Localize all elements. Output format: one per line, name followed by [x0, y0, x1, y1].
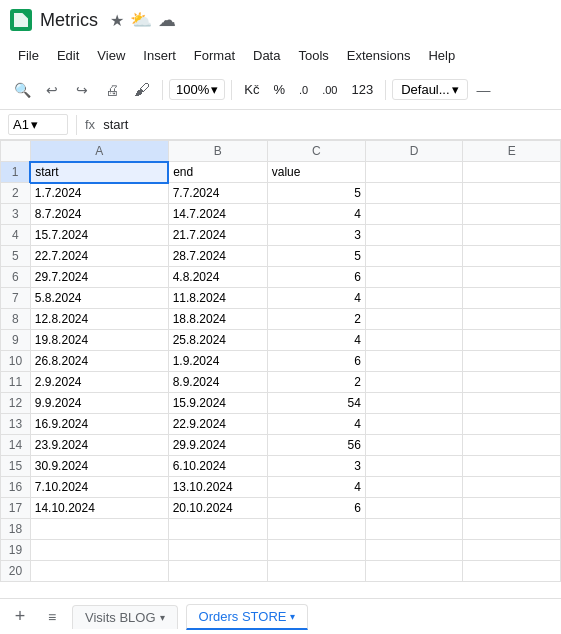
sheet-tab-orders-store[interactable]: Orders STORE ▾ — [186, 604, 309, 630]
menu-extensions[interactable]: Extensions — [339, 44, 419, 67]
cell[interactable] — [463, 330, 561, 351]
cell[interactable]: 8.7.2024 — [30, 204, 168, 225]
cell[interactable]: 26.8.2024 — [30, 351, 168, 372]
cell[interactable] — [463, 183, 561, 204]
cell[interactable]: 8.9.2024 — [168, 372, 267, 393]
cell[interactable]: end — [168, 162, 267, 183]
cell[interactable]: 4 — [267, 204, 365, 225]
row-header-20[interactable]: 20 — [1, 561, 31, 582]
cell[interactable]: start — [30, 162, 168, 183]
cell[interactable] — [463, 435, 561, 456]
cell[interactable]: 6 — [267, 498, 365, 519]
sheet-menu-btn[interactable]: ≡ — [40, 605, 64, 629]
cell[interactable]: 4 — [267, 288, 365, 309]
row-header-12[interactable]: 12 — [1, 393, 31, 414]
cell[interactable]: 7.7.2024 — [168, 183, 267, 204]
menu-format[interactable]: Format — [186, 44, 243, 67]
cell[interactable]: 23.9.2024 — [30, 435, 168, 456]
cell[interactable]: 4.8.2024 — [168, 267, 267, 288]
menu-data[interactable]: Data — [245, 44, 288, 67]
cell[interactable] — [365, 456, 463, 477]
dec-decrease-btn[interactable]: .0 — [293, 82, 314, 98]
cell[interactable] — [365, 183, 463, 204]
cell[interactable] — [463, 414, 561, 435]
cell[interactable] — [463, 225, 561, 246]
cell[interactable] — [463, 162, 561, 183]
cell[interactable]: 13.10.2024 — [168, 477, 267, 498]
row-header-3[interactable]: 3 — [1, 204, 31, 225]
row-header-15[interactable]: 15 — [1, 456, 31, 477]
cell[interactable]: 18.8.2024 — [168, 309, 267, 330]
cell[interactable]: 56 — [267, 435, 365, 456]
redo-btn[interactable]: ↪ — [68, 76, 96, 104]
cell[interactable]: 21.7.2024 — [168, 225, 267, 246]
row-header-16[interactable]: 16 — [1, 477, 31, 498]
cell[interactable]: 5.8.2024 — [30, 288, 168, 309]
cell[interactable]: 15.7.2024 — [30, 225, 168, 246]
format-selector[interactable]: Defaul... ▾ — [392, 79, 467, 100]
row-header-5[interactable]: 5 — [1, 246, 31, 267]
cell[interactable]: 19.8.2024 — [30, 330, 168, 351]
cell[interactable]: 30.9.2024 — [30, 456, 168, 477]
cell[interactable] — [365, 288, 463, 309]
cell[interactable] — [168, 540, 267, 561]
cell[interactable] — [267, 540, 365, 561]
cell[interactable] — [365, 204, 463, 225]
sheet-tab-visits-blog[interactable]: Visits BLOG ▾ — [72, 605, 178, 629]
cell[interactable] — [365, 351, 463, 372]
cell[interactable]: 12.8.2024 — [30, 309, 168, 330]
menu-view[interactable]: View — [89, 44, 133, 67]
cell[interactable]: 14.10.2024 — [30, 498, 168, 519]
cell[interactable] — [463, 393, 561, 414]
currency-btn[interactable]: Kč — [238, 80, 265, 99]
cell[interactable]: 3 — [267, 225, 365, 246]
cell[interactable] — [463, 477, 561, 498]
cell[interactable] — [365, 477, 463, 498]
cell[interactable] — [463, 246, 561, 267]
dec-increase-btn[interactable]: .00 — [316, 82, 343, 98]
cell[interactable] — [365, 267, 463, 288]
row-header-2[interactable]: 2 — [1, 183, 31, 204]
percent-btn[interactable]: % — [267, 80, 291, 99]
cell[interactable] — [365, 540, 463, 561]
row-header-9[interactable]: 9 — [1, 330, 31, 351]
cell[interactable] — [463, 309, 561, 330]
col-header-c[interactable]: C — [267, 141, 365, 162]
cell[interactable]: 2 — [267, 372, 365, 393]
print-btn[interactable]: 🖨 — [98, 76, 126, 104]
cell[interactable] — [463, 519, 561, 540]
cell[interactable] — [267, 519, 365, 540]
cell[interactable] — [267, 561, 365, 582]
cell[interactable]: 11.8.2024 — [168, 288, 267, 309]
cell[interactable] — [30, 540, 168, 561]
cell[interactable] — [365, 393, 463, 414]
cell[interactable]: 25.8.2024 — [168, 330, 267, 351]
cell[interactable] — [463, 288, 561, 309]
cell[interactable]: 4 — [267, 330, 365, 351]
cell[interactable]: 7.10.2024 — [30, 477, 168, 498]
cell[interactable]: 3 — [267, 456, 365, 477]
cell[interactable]: 5 — [267, 183, 365, 204]
cell[interactable]: 1.7.2024 — [30, 183, 168, 204]
cell[interactable] — [168, 519, 267, 540]
cell[interactable]: 6 — [267, 351, 365, 372]
cell[interactable]: 2 — [267, 309, 365, 330]
search-btn[interactable]: 🔍 — [8, 76, 36, 104]
cell[interactable]: value — [267, 162, 365, 183]
paint-format-btn[interactable]: 🖌 — [128, 76, 156, 104]
cloud-icon-2[interactable]: ☁ — [158, 9, 176, 31]
cell[interactable]: 15.9.2024 — [168, 393, 267, 414]
row-header-10[interactable]: 10 — [1, 351, 31, 372]
cell[interactable] — [365, 498, 463, 519]
menu-edit[interactable]: Edit — [49, 44, 87, 67]
cell[interactable] — [365, 372, 463, 393]
row-header-17[interactable]: 17 — [1, 498, 31, 519]
cell[interactable]: 28.7.2024 — [168, 246, 267, 267]
add-sheet-btn[interactable]: + — [8, 605, 32, 629]
cell[interactable] — [463, 561, 561, 582]
cell[interactable] — [168, 561, 267, 582]
row-header-8[interactable]: 8 — [1, 309, 31, 330]
star-icon[interactable]: ★ — [110, 11, 124, 30]
col-header-a[interactable]: A — [30, 141, 168, 162]
cell[interactable]: 29.9.2024 — [168, 435, 267, 456]
